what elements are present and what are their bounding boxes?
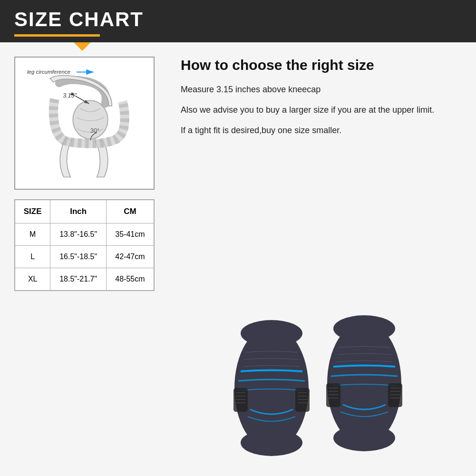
cell-inch: 18.5"-21.7" — [50, 268, 107, 291]
cell-size: XL — [15, 268, 50, 291]
table-header-row: SIZE Inch CM — [15, 200, 154, 223]
instructions-section: How to choose the right size Measure 3.1… — [181, 57, 462, 300]
header: SIZE CHART — [0, 0, 476, 42]
svg-text:leg circumference: leg circumference — [27, 69, 70, 75]
svg-rect-13 — [233, 388, 248, 412]
cell-inch: 13.8"-16.5" — [50, 223, 107, 246]
left-column: leg circumference — [14, 57, 166, 466]
cell-size: L — [15, 246, 50, 268]
svg-point-12 — [241, 429, 302, 456]
svg-rect-26 — [326, 383, 340, 407]
instructions-title: How to choose the right size — [181, 57, 462, 74]
knee-diagram-svg: leg circumference — [22, 65, 146, 182]
cell-inch: 16.5"-18.5" — [50, 246, 107, 268]
col-header-cm: CM — [106, 200, 154, 223]
product-svg — [217, 305, 426, 466]
instruction-line1: Measure 3.15 inches above kneecap — [181, 83, 462, 96]
svg-point-25 — [333, 425, 395, 451]
svg-point-24 — [333, 315, 395, 342]
instruction-line2: Also we advise you to buy a larger size … — [181, 104, 462, 117]
main-content: leg circumference — [0, 42, 476, 476]
page-title: SIZE CHART — [14, 9, 462, 30]
cell-cm: 35-41cm — [106, 223, 154, 246]
svg-rect-27 — [388, 383, 402, 407]
table-row: M13.8"-16.5"35-41cm — [15, 223, 154, 246]
diagram-box: leg circumference — [14, 57, 155, 190]
svg-text:3.15": 3.15" — [63, 93, 77, 99]
cell-cm: 42-47cm — [106, 246, 154, 268]
cell-size: M — [15, 223, 50, 246]
table-row: L16.5"-18.5"42-47cm — [15, 246, 154, 268]
table-row: XL18.5"-21.7"48-55cm — [15, 268, 154, 291]
svg-point-11 — [241, 320, 302, 347]
right-column: How to choose the right size Measure 3.1… — [181, 57, 462, 466]
col-header-size: SIZE — [15, 200, 50, 223]
header-underline — [14, 34, 100, 37]
svg-text:30°: 30° — [90, 127, 99, 134]
product-image-area — [181, 305, 462, 466]
col-header-inch: Inch — [50, 200, 107, 223]
svg-rect-14 — [295, 388, 310, 412]
cell-cm: 48-55cm — [106, 268, 154, 291]
page-wrapper: SIZE CHART leg circumference — [0, 0, 476, 476]
instruction-line3: If a tight fit is desired,buy one size s… — [181, 124, 462, 137]
size-table: SIZE Inch CM M13.8"-16.5"35-41cmL16.5"-1… — [14, 199, 155, 291]
header-triangle — [74, 42, 91, 51]
